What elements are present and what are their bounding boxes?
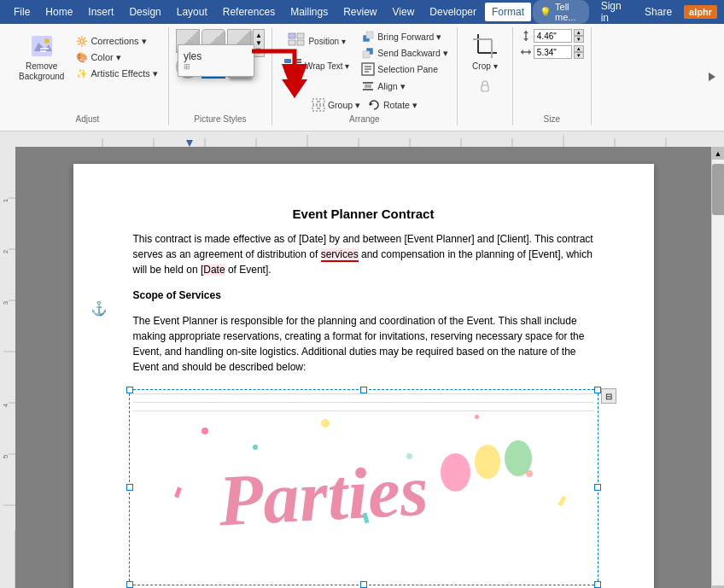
svg-marker-36 [523,31,528,33]
menu-mailings[interactable]: Mailings [283,3,335,21]
svg-text:5: 5 [2,454,9,458]
height-up[interactable]: ▲ [574,29,584,36]
bring-forward-button[interactable]: Bring Forward ▾ [359,29,449,44]
menu-home[interactable]: Home [38,3,79,21]
handle-br[interactable] [594,581,601,588]
handle-bl[interactable] [126,581,133,588]
arrange-col2: Bring Forward ▾ Send Backward ▾ Selectio… [359,29,449,94]
picture-styles-group: ▲ ▼ ⊟ yles ⊞ Picture Styles [169,27,272,125]
svg-rect-59 [0,147,15,531]
color-label: Color ▾ [90,52,120,63]
width-down[interactable]: ▼ [574,52,584,59]
ribbon-scroll-arrow [707,43,717,111]
arrange-row2: Group ▾ Rotate ▾ [310,97,419,113]
styles-panel-text: yles [184,50,248,62]
svg-marker-37 [523,38,528,41]
artistic-effects-label: Artistic Effects ▾ [90,68,158,79]
height-spinner[interactable]: ▲ ▼ [574,29,584,43]
arrange-group-label: Arrange [349,114,380,124]
handle-mr[interactable] [594,484,601,491]
corrections-button[interactable]: 🔆 Corrections ▾ [73,34,161,49]
svg-point-1 [44,38,50,44]
anchor-icon: ⚓ [90,300,108,317]
crop-icon [471,32,499,60]
artistic-effects-button[interactable]: ✨ Artistic Effects ▾ [73,67,161,81]
crop-button[interactable]: Crop ▾ [464,29,505,74]
height-down[interactable]: ▼ [574,36,584,43]
menu-developer[interactable]: Developer [423,3,483,21]
align-icon [361,79,375,93]
bring-forward-label: Bring Forward ▾ [377,32,441,42]
tell-me-box[interactable]: 💡 Tell me... [533,0,589,24]
left-ruler: 1 2 3 4 5 [0,147,15,588]
right-scrollbar[interactable]: ▲ ▼ [711,147,724,588]
width-spinner[interactable]: ▲ ▼ [574,45,584,59]
handle-tm[interactable] [360,387,367,393]
artistic-effects-icon: ✨ [76,68,88,79]
menu-review[interactable]: Review [336,3,383,21]
tell-me-text[interactable]: Tell me... [555,2,582,22]
scroll-track [712,160,725,585]
rotate-button[interactable]: Rotate ▾ [365,97,419,113]
arrange-row1: Position ▾ Wrap Text ▾ Bring Forward ▾ S… [279,29,450,94]
handle-tr[interactable] [594,387,601,393]
top-ruler [0,131,724,147]
height-icon [520,30,532,42]
menu-right-area: 💡 Tell me... Sign in Share alphr [533,0,717,27]
share-btn[interactable]: Share [638,3,679,21]
svg-text:4: 4 [2,403,9,407]
width-input[interactable] [534,45,572,59]
page: ⚓ Event Planner Contract This contract i… [73,164,654,588]
align-button[interactable]: Align ▾ [359,78,449,94]
ribbon-scroll-right[interactable] [707,27,717,125]
align-label: Align ▾ [377,81,405,91]
signin-btn[interactable]: Sign in [594,0,633,27]
menu-file[interactable]: File [7,3,37,21]
selection-pane-button[interactable]: Selection Pane [359,61,449,77]
svg-rect-34 [482,85,488,91]
wrap-text-button[interactable]: Wrap Text ▾ [279,54,353,78]
send-backward-button[interactable]: Send Backward ▾ [359,45,449,61]
svg-rect-8 [284,59,291,63]
scroll-up-btn[interactable]: ▲ [712,147,725,160]
group-button[interactable]: Group ▾ [310,97,362,113]
menu-format[interactable]: Format [485,3,531,21]
doc-title: Event Planner Contract [133,207,594,221]
size-inputs: ▲ ▼ ▲ ▼ [520,29,584,59]
svg-rect-7 [297,40,304,45]
width-up[interactable]: ▲ [574,45,584,52]
scroll-thumb[interactable] [712,164,725,215]
svg-marker-39 [521,49,523,55]
svg-marker-40 [528,49,531,55]
crop-label: Crop ▾ [472,61,497,71]
menu-insert[interactable]: Insert [81,3,120,21]
bring-forward-icon [361,30,375,44]
intro-paragraph: This contract is made effective as of [D… [133,231,594,277]
svg-rect-15 [366,32,373,38]
menu-references[interactable]: References [216,3,282,21]
handle-ml[interactable] [126,484,133,491]
adjust-sub-buttons: 🔆 Corrections ▾ 🎨 Color ▾ ✨ Artistic Eff… [73,34,161,81]
handle-bm[interactable] [360,581,367,588]
corrections-icon: 🔆 [76,36,88,47]
menu-layout[interactable]: Layout [170,3,214,21]
height-input[interactable] [534,29,572,43]
remove-background-button[interactable]: Remove Background [14,29,69,85]
menu-design[interactable]: Design [122,3,167,21]
picture-styles-label: Picture Styles [194,114,246,124]
svg-rect-3 [40,50,46,52]
size-group-inner [478,79,492,93]
doc-scroll[interactable]: ⚓ Event Planner Contract This contract i… [15,147,711,588]
position-button[interactable]: Position ▾ [279,29,353,53]
send-backward-icon [361,46,375,60]
color-button[interactable]: 🎨 Color ▾ [73,50,161,65]
color-icon: 🎨 [76,52,88,63]
layout-options-icon[interactable]: ⊟ [601,388,616,404]
adjust-row: Remove Background 🔆 Corrections ▾ 🎨 Colo… [14,29,161,85]
styles-scroll[interactable]: ▲ ▼ ⊟ [253,29,265,57]
menu-view[interactable]: View [386,3,422,21]
rotate-label: Rotate ▾ [383,100,417,110]
adjust-group: Remove Background 🔆 Corrections ▾ 🎨 Colo… [7,27,169,125]
svg-rect-28 [319,106,324,111]
handle-tl[interactable] [126,387,133,393]
